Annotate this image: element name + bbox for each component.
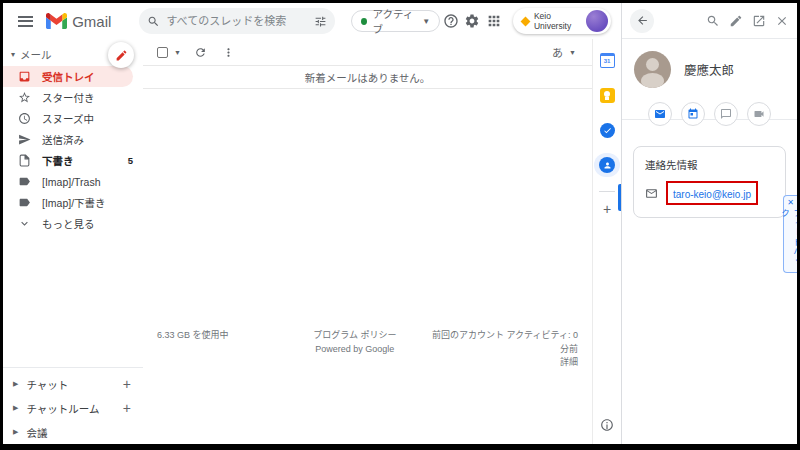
input-tools-label: あ [552, 44, 563, 60]
chevron-right-icon: ▶ [13, 380, 18, 388]
sidebar-item-label: 下書き [42, 153, 74, 168]
contact-panel-header [622, 3, 797, 39]
video-call-button[interactable] [747, 102, 771, 126]
section-label: チャット [26, 377, 68, 392]
keep-icon [600, 88, 615, 103]
sidebar-item-sent[interactable]: 送信済み [3, 129, 143, 150]
contact-email-link[interactable]: taro-keio@keio.jp [673, 189, 751, 200]
search-icon[interactable] [706, 14, 720, 28]
back-button[interactable] [630, 9, 654, 33]
label-icon [18, 196, 31, 209]
email-annotation-box: taro-keio@keio.jp [666, 181, 758, 205]
video-icon [753, 108, 765, 120]
close-icon[interactable]: ✕ [787, 198, 794, 208]
contact-actions [622, 102, 797, 136]
sidebar-item-more[interactable]: もっと見る [3, 213, 143, 234]
contact-side-panel: 慶應太郎 連絡先情報 taro-keio@keio.jp [621, 3, 797, 444]
keio-mark-icon [520, 16, 530, 26]
program-policies-link[interactable]: プログラム ポリシー [283, 329, 426, 343]
sent-icon [18, 133, 31, 146]
chevron-down-icon: ▼ [569, 49, 576, 56]
help-icon[interactable] [440, 9, 462, 33]
add-icon[interactable]: + [123, 377, 131, 391]
gmail-m-icon [46, 13, 67, 29]
input-tools-button[interactable]: あ ▼ [552, 44, 580, 60]
calendar-icon: 31 [600, 53, 615, 68]
tasks-app-button[interactable] [594, 118, 620, 142]
calendar-icon [687, 108, 699, 120]
draft-icon [18, 154, 31, 167]
add-icon[interactable]: + [123, 401, 131, 415]
tune-icon[interactable] [314, 15, 327, 28]
details-link[interactable]: 詳細 [426, 356, 578, 370]
contacts-app-button[interactable] [594, 153, 620, 177]
feedback-label: フィードバック [779, 209, 798, 272]
empty-inbox-banner: 新着メールはありません。 [143, 65, 592, 89]
hamburger-icon[interactable] [13, 7, 38, 35]
apps-grid-icon[interactable] [483, 9, 505, 33]
section-label: 会議 [26, 425, 47, 440]
sidebar-item-snoozed[interactable]: スヌーズ中 [3, 108, 143, 129]
search-icon[interactable] [147, 15, 160, 28]
companion-sidebar: 31 + [592, 39, 621, 444]
sidebar-item-label: 送信済み [42, 132, 84, 147]
compose-icon [115, 49, 128, 62]
sidebar-item-drafts[interactable]: 下書き 5 [3, 150, 143, 171]
get-addons-button[interactable]: + [603, 202, 611, 216]
gmail-logo[interactable]: Gmail [46, 13, 111, 30]
sidebar-item-label: 受信トレイ [42, 69, 95, 84]
feedback-tab[interactable]: ✕ フィードバック [783, 195, 797, 273]
account-badge[interactable]: Keio University [513, 8, 611, 34]
search-input[interactable] [166, 15, 308, 27]
status-chip[interactable]: アクティブ ▼ [351, 10, 440, 32]
open-in-new-icon[interactable] [752, 14, 766, 28]
storage-usage: 6.33 GB を使用中 [157, 329, 283, 370]
sidebar-item-label: スター付き [42, 90, 95, 105]
sidebar-section-rooms[interactable]: ▶ チャットルーム + [3, 396, 143, 420]
chevron-down-icon: ▼ [422, 17, 430, 26]
sidebar-section-chat[interactable]: ▶ チャット + [3, 372, 143, 396]
calendar-app-button[interactable]: 31 [594, 48, 620, 72]
schedule-event-button[interactable] [681, 102, 705, 126]
sidebar-item-starred[interactable]: スター付き [3, 87, 143, 108]
chevron-down-icon: ▾ [11, 50, 15, 59]
inbox-icon [18, 70, 31, 83]
chevron-down-icon [18, 217, 31, 230]
contact-avatar [634, 51, 671, 88]
settings-icon[interactable] [462, 9, 484, 33]
search-bar[interactable] [139, 8, 335, 34]
star-icon [18, 91, 31, 104]
refresh-icon[interactable] [189, 40, 213, 64]
contact-info-card: 連絡先情報 taro-keio@keio.jp [633, 146, 786, 218]
mail-outline-icon [645, 187, 658, 200]
sidebar-section-meet[interactable]: ▶ 会議 [3, 420, 143, 444]
keep-app-button[interactable] [594, 83, 620, 107]
info-icon[interactable] [600, 418, 614, 432]
edit-icon[interactable] [729, 14, 743, 28]
account-name: Keio University [534, 11, 581, 31]
drafts-count: 5 [128, 155, 133, 166]
contact-name: 慶應太郎 [684, 60, 734, 79]
mail-region: Gmail アクティブ ▼ Keio Univer [3, 3, 621, 444]
sidebar-item-imap-trash[interactable]: [Imap]/Trash [3, 171, 143, 192]
email-contact-button[interactable] [648, 102, 672, 126]
powered-by: Powered by Google [283, 343, 426, 357]
snooze-icon [18, 112, 31, 125]
sidebar-item-imap-drafts[interactable]: [Imap]/下書き [3, 192, 143, 213]
sidebar-item-label: もっと見る [42, 216, 95, 231]
sidebar-item-label: [Imap]/下書き [42, 195, 106, 210]
app-header: Gmail アクティブ ▼ Keio Univer [3, 3, 621, 39]
more-vert-icon[interactable] [217, 40, 241, 64]
chat-contact-button[interactable] [714, 102, 738, 126]
strip-divider [599, 191, 615, 192]
chevron-right-icon: ▶ [13, 428, 18, 436]
close-icon[interactable] [775, 14, 789, 28]
compose-button[interactable] [108, 42, 134, 68]
logo-text: Gmail [72, 13, 111, 30]
avatar[interactable] [586, 10, 608, 32]
select-dropdown-icon[interactable]: ▼ [174, 49, 181, 56]
sidebar-item-inbox[interactable]: 受信トレイ [3, 66, 133, 87]
section-label: チャットルーム [26, 401, 99, 416]
mail-list-empty-space [143, 89, 592, 329]
select-all-checkbox[interactable] [157, 47, 168, 58]
